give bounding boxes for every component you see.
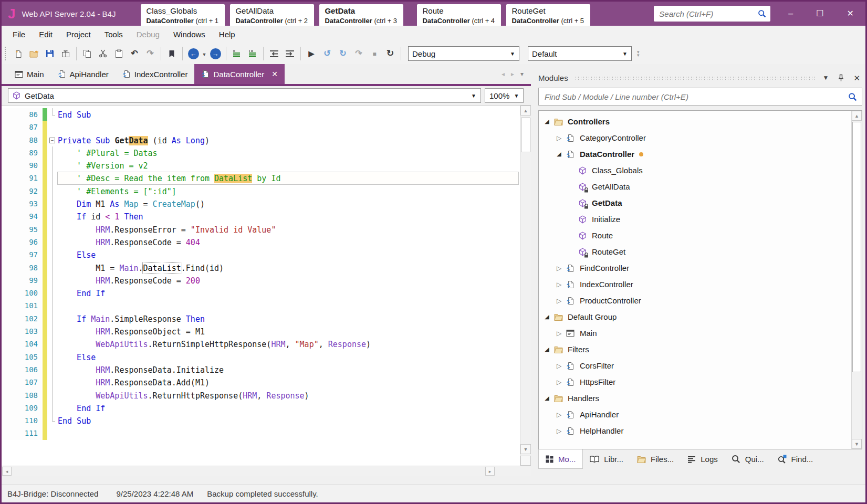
quick-tab-Class_Globals[interactable]: Class_GlobalsDataController (ctrl + 1 — [141, 4, 225, 26]
tab-scroll-right-icon[interactable]: ▸ — [511, 70, 514, 78]
tree-item-CorsFilter[interactable]: ▷CorsFilter — [542, 358, 850, 374]
tree-item-DataController[interactable]: ◢DataController — [542, 146, 850, 162]
code-line-100[interactable]: 100End If — [2, 287, 520, 299]
panel-tab-Logs[interactable]: Logs — [681, 449, 725, 469]
code-line-98[interactable]: 98M1 = Main.DataList.Find(id) — [2, 261, 520, 274]
menu-windows[interactable]: Windows — [166, 27, 212, 41]
panel-tab-Qui[interactable]: Qui... — [725, 449, 771, 469]
tab-list-dropdown-icon[interactable]: ▾ — [520, 70, 524, 78]
tree-item-CategoryController[interactable]: ▷CategoryController — [542, 130, 850, 146]
menu-tools[interactable]: Tools — [98, 27, 130, 41]
panel-tab-Libr[interactable]: Libr... — [583, 449, 630, 469]
line-number[interactable]: 96 — [2, 236, 41, 248]
code-line-92[interactable]: 92' #Elements = [":id"] — [2, 185, 520, 197]
undo-button[interactable]: ↶ — [127, 46, 142, 61]
editor-tab-ApiHandler[interactable]: ApiHandler — [51, 64, 116, 84]
tree-expander-icon[interactable]: ◢ — [554, 151, 564, 158]
find-module-input[interactable] — [544, 92, 848, 102]
editor-splitter-handle[interactable] — [520, 456, 531, 466]
bookmark-button[interactable] — [164, 46, 180, 61]
code-line-88[interactable]: 88−Private Sub GetData (id As Long) — [2, 134, 520, 146]
close-tab-icon[interactable]: ✕ — [271, 70, 278, 78]
line-number[interactable]: 86 — [2, 108, 41, 121]
code-line-105[interactable]: 105Else — [2, 351, 520, 363]
tree-item-HelpHandler[interactable]: ▷HelpHandler — [542, 423, 850, 439]
tree-item-GetData[interactable]: GetData — [542, 195, 850, 211]
tree-item-Main[interactable]: ▷Main — [542, 325, 850, 341]
code-line-108[interactable]: 108WebApiUtils.ReturnHttpResponse(HRM, R… — [2, 389, 520, 402]
code-line-109[interactable]: 109End If — [2, 402, 520, 414]
code-line-111[interactable]: 111 — [2, 427, 520, 439]
scroll-down-icon[interactable]: ▼ — [520, 444, 531, 454]
tree-item-Initialize[interactable]: Initialize — [542, 211, 850, 227]
fold-margin[interactable]: − — [47, 134, 57, 146]
indent-button[interactable] — [282, 46, 298, 61]
find-module-box[interactable] — [538, 88, 862, 106]
panel-tab-Files[interactable]: Files... — [630, 449, 681, 469]
title-search-box[interactable] — [654, 6, 770, 22]
quick-tab-RouteGet[interactable]: RouteGetDataController (ctrl + 5 — [506, 4, 590, 26]
comment-button[interactable] — [229, 46, 245, 61]
code-line-86[interactable]: 86End Sub — [2, 108, 520, 121]
menu-edit[interactable]: Edit — [32, 27, 59, 41]
menu-help[interactable]: Help — [212, 27, 242, 41]
tree-expander-icon[interactable]: ▷ — [554, 379, 564, 386]
title-search-input[interactable] — [658, 9, 758, 19]
line-number[interactable]: 97 — [2, 248, 41, 261]
tree-item-FindController[interactable]: ▷FindController — [542, 260, 850, 276]
tree-expander-icon[interactable]: ▷ — [554, 281, 564, 288]
editor-vscroll-thumb[interactable] — [521, 118, 530, 152]
line-number[interactable]: 107 — [2, 376, 41, 388]
panel-menu-chevron-icon[interactable]: ▼ — [823, 75, 829, 81]
export-as-zip-button[interactable] — [58, 46, 74, 61]
run-button[interactable]: ▶ — [304, 46, 319, 61]
code-line-95[interactable]: 95HRM.ResponseError = "Invalid id Value" — [2, 223, 520, 236]
tree-item-Route[interactable]: Route — [542, 227, 850, 244]
tree-item-Controllers[interactable]: ◢Controllers — [542, 113, 850, 130]
tree-expander-icon[interactable]: ◢ — [542, 118, 552, 125]
close-button[interactable]: ✕ — [847, 9, 854, 18]
run-mode-combobox[interactable]: Debug▼ — [408, 46, 519, 61]
save-button[interactable] — [42, 46, 58, 61]
new-project-button[interactable] — [11, 46, 26, 61]
scroll-up-icon[interactable]: ▲ — [520, 106, 531, 116]
quick-tab-Route[interactable]: RouteDataController (ctrl + 4 — [417, 4, 501, 26]
line-number[interactable]: 110 — [2, 414, 41, 427]
panel-close-icon[interactable]: ✕ — [853, 74, 860, 82]
panel-tab-Find[interactable]: Find... — [771, 449, 820, 469]
line-number[interactable]: 103 — [2, 325, 41, 338]
tree-expander-icon[interactable]: ▷ — [554, 297, 564, 304]
navigate-forward-button[interactable]: → — [207, 46, 223, 61]
line-number[interactable]: 108 — [2, 389, 41, 402]
code-line-97[interactable]: 97Else — [2, 248, 520, 261]
panel-tab-Mo[interactable]: Mo... — [538, 449, 583, 469]
quick-tab-GetAllData[interactable]: GetAllDataDataController (ctrl + 2 — [230, 4, 314, 26]
maximize-button[interactable]: ☐ — [816, 9, 823, 18]
tree-expander-icon[interactable]: ▷ — [554, 330, 564, 337]
copy-button[interactable] — [79, 46, 95, 61]
tab-scroll-left-icon[interactable]: ◂ — [502, 70, 505, 78]
line-number[interactable]: 95 — [2, 223, 41, 236]
line-number[interactable]: 89 — [2, 146, 41, 159]
scroll-down-icon[interactable]: ▼ — [852, 439, 862, 449]
tree-item-Class_Globals[interactable]: Class_Globals — [542, 162, 850, 178]
scroll-right-icon[interactable]: ▸ — [485, 467, 495, 476]
line-number[interactable]: 92 — [2, 185, 41, 197]
editor-horizontal-scrollbar[interactable]: ◂ ▸ — [2, 466, 531, 476]
line-number[interactable]: 104 — [2, 338, 41, 350]
code-line-104[interactable]: 104WebApiUtils.ReturnSimpleHttpResponse(… — [2, 338, 520, 350]
open-project-button[interactable] — [26, 46, 42, 61]
uncomment-button[interactable] — [245, 46, 260, 61]
line-number[interactable]: 87 — [2, 121, 41, 133]
tree-vscroll-thumb[interactable] — [852, 122, 861, 372]
menu-file[interactable]: File — [6, 27, 32, 41]
navigate-back-menu-button[interactable]: ▼ — [201, 46, 207, 61]
editor-tab-IndexController[interactable]: IndexController — [116, 64, 195, 84]
line-number[interactable]: 93 — [2, 197, 41, 210]
navigate-back-button[interactable]: ← — [185, 46, 201, 61]
code-line-99[interactable]: 99HRM.ResponseCode = 200 — [2, 274, 520, 287]
scroll-left-icon[interactable]: ◂ — [2, 467, 12, 476]
scroll-up-icon[interactable]: ▲ — [852, 111, 862, 121]
minimize-button[interactable]: – — [788, 9, 793, 18]
sub-selector-combobox[interactable]: GetData ▼ — [8, 88, 481, 103]
